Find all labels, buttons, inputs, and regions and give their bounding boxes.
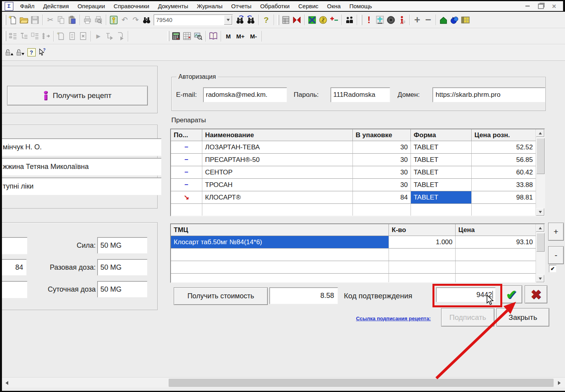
single-dose-field[interactable]: 50 MG: [97, 259, 147, 276]
dropdown-button[interactable]: [224, 15, 232, 25]
tmc-checkbox[interactable]: ✔: [549, 265, 556, 272]
coin-icon[interactable]: [318, 15, 329, 25]
plus-minus-icon[interactable]: [329, 15, 340, 25]
tmc-row-empty[interactable]: [171, 261, 536, 274]
doctor-field[interactable]: мінчук Н. О.: [0, 138, 162, 156]
calculator-icon[interactable]: [171, 31, 182, 42]
scroll-thumb[interactable]: [536, 233, 545, 252]
scroll-down-button[interactable]: [536, 208, 544, 216]
doc-new-icon[interactable]: [56, 31, 67, 42]
book-icon[interactable]: [208, 31, 219, 42]
close-form-button[interactable]: Закрыть: [496, 308, 549, 327]
scroll-right-button[interactable]: [554, 379, 564, 387]
menu-references[interactable]: Справочники: [109, 3, 154, 9]
menu-operations[interactable]: Операции: [73, 3, 109, 9]
sign-prescription-link[interactable]: Ссылка подписания рецепта:: [356, 316, 431, 321]
open-folder-icon[interactable]: [18, 15, 29, 25]
redo-icon[interactable]: ↷: [130, 15, 141, 25]
paste-icon[interactable]: [67, 15, 78, 25]
document-table-icon[interactable]: [280, 15, 291, 25]
scroll-up-button[interactable]: [536, 224, 544, 232]
find-icon[interactable]: [141, 15, 152, 25]
medical-person-icon[interactable]: [374, 15, 385, 25]
scroll-thumb[interactable]: [536, 138, 545, 174]
menu-windows[interactable]: Окна: [323, 3, 345, 9]
menu-processing[interactable]: Обработки: [256, 3, 294, 9]
toolbar-grip[interactable]: [4, 31, 6, 41]
memory-recall-button[interactable]: M: [223, 33, 234, 40]
print-preview-icon[interactable]: [93, 15, 104, 25]
scroll-left-button[interactable]: [2, 379, 12, 387]
copy-icon[interactable]: [56, 15, 67, 25]
drugs-col-name[interactable]: Наименование: [202, 129, 353, 141]
context-help-icon[interactable]: ?: [37, 47, 48, 58]
patient-field[interactable]: жжина Тетяна Миколаївна: [0, 158, 162, 176]
domain-field[interactable]: https://skarb.phrm.pro: [432, 87, 545, 102]
save-icon[interactable]: [29, 15, 40, 25]
restore-button[interactable]: [537, 3, 544, 10]
drugs-col-price[interactable]: Цена розн.: [472, 129, 536, 141]
memory-subtract-button[interactable]: M-: [247, 33, 260, 40]
cancel-button[interactable]: ✖: [525, 285, 547, 303]
run-doc-icon[interactable]: [115, 31, 126, 42]
drugs-col-pack[interactable]: В упаковке: [353, 129, 411, 141]
find-next-icon[interactable]: [234, 15, 245, 25]
scroll-thumb[interactable]: [169, 379, 554, 387]
scroll-up-button[interactable]: [536, 129, 544, 137]
memory-add-button[interactable]: M+: [234, 33, 247, 40]
tree-move-icon[interactable]: [40, 31, 51, 42]
search-combobox[interactable]: 79540: [154, 15, 233, 25]
get-cost-button[interactable]: Получить стоимость: [174, 287, 268, 305]
remove-icon[interactable]: −: [423, 15, 434, 25]
green-cross-icon[interactable]: [307, 15, 318, 25]
toolbar-grip[interactable]: [167, 31, 169, 41]
toolbar-grip[interactable]: [277, 15, 279, 25]
drugs-row[interactable]: −ТРОСАН30TABLET33.88: [171, 179, 536, 191]
menu-help[interactable]: Помощь: [345, 3, 376, 9]
email-field[interactable]: radomska@med.km.: [203, 87, 287, 102]
minimize-button[interactable]: [524, 3, 531, 10]
tmc-col-name[interactable]: ТМЦ: [171, 224, 389, 236]
unlock-down-icon[interactable]: [15, 47, 26, 58]
drugs-col-mark[interactable]: По...: [171, 129, 202, 141]
menu-actions[interactable]: Действия: [39, 3, 73, 9]
run-icon[interactable]: ▶: [93, 31, 104, 42]
toolbar-grip[interactable]: [4, 15, 6, 25]
drugs-row-selected[interactable]: ↘КЛОСАРТ®84TABLET98.81: [171, 191, 536, 204]
cut-icon[interactable]: ✂: [45, 15, 56, 25]
doc-list-icon[interactable]: [29, 31, 40, 42]
menu-reports[interactable]: Отчеты: [227, 3, 256, 9]
card-file-icon[interactable]: [460, 15, 471, 25]
confirm-button[interactable]: ✔: [500, 285, 522, 303]
camera-lens-icon[interactable]: [385, 15, 396, 25]
people-icon[interactable]: [344, 15, 355, 25]
daily-dose-field[interactable]: 50 MG: [97, 281, 147, 298]
drugs-row[interactable]: −ПРЕСАРТАН®-5030TABLET56.85: [171, 154, 536, 166]
tmc-vertical-scrollbar[interactable]: [536, 224, 544, 282]
tmc-row-empty[interactable]: [171, 249, 536, 261]
spreadsheet-calc-icon[interactable]: [182, 31, 193, 42]
scroll-down-button[interactable]: [536, 275, 544, 282]
walking-person-icon[interactable]: [396, 15, 407, 25]
undo-icon[interactable]: ↶: [119, 15, 130, 25]
green-house-icon[interactable]: [438, 15, 449, 25]
menu-service[interactable]: Сервис: [294, 3, 323, 9]
find-prev-icon[interactable]: [245, 15, 256, 25]
help-icon[interactable]: ?: [261, 15, 272, 25]
tmc-row-selected[interactable]: Клосарт таб.50мг №84(14*6)1.00093.10: [171, 236, 536, 249]
unlock-up-icon[interactable]: [4, 47, 15, 58]
tmc-remove-button[interactable]: -: [548, 246, 564, 264]
program-field[interactable]: тупні ліки: [0, 178, 162, 195]
key-card-icon[interactable]: [108, 15, 119, 25]
strength-field[interactable]: 50 MG: [97, 237, 147, 254]
blue-pouch-icon[interactable]: [449, 15, 460, 25]
photo-search-icon[interactable]: [193, 31, 203, 42]
doc-lines-icon[interactable]: [67, 31, 78, 42]
run-tree-icon[interactable]: [104, 31, 115, 42]
drugs-row[interactable]: −СЕНТОР30TABLET60.42: [171, 166, 536, 179]
search-input[interactable]: 79540: [154, 16, 224, 23]
red-exclamation-icon[interactable]: !: [363, 15, 374, 25]
tmc-add-button[interactable]: +: [548, 223, 564, 241]
tmc-row-empty[interactable]: [171, 274, 536, 282]
get-prescription-button[interactable]: Получить рецепт: [7, 86, 148, 105]
